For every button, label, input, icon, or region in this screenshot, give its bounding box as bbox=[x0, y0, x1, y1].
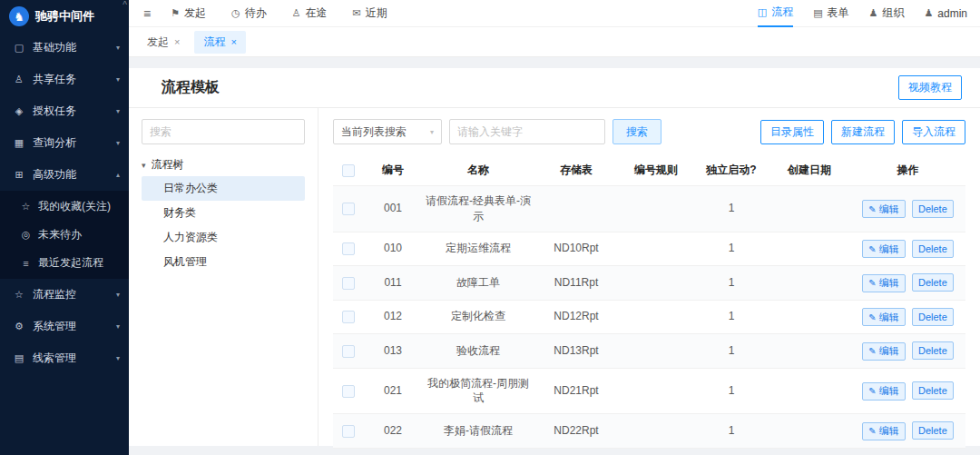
table-row: 013 验收流程 ND13Rpt 1 ✎ 编辑 Del bbox=[333, 334, 965, 369]
row-checkbox[interactable] bbox=[342, 203, 355, 215]
delete-button[interactable]: Delete bbox=[912, 273, 954, 292]
keyword-input[interactable] bbox=[449, 119, 605, 144]
table-toolbar: 当前列表搜索 ▾ 搜索 目录属性 新建流程 导入流程 bbox=[333, 119, 965, 144]
tree-root[interactable]: ▾ 流程树 bbox=[142, 157, 305, 173]
tab-flow[interactable]: 流程 × bbox=[194, 31, 245, 54]
row-checkbox[interactable] bbox=[342, 242, 355, 255]
topnav-label: admin bbox=[937, 7, 967, 20]
edit-button[interactable]: ✎ 编辑 bbox=[862, 422, 905, 440]
tree-item-finance[interactable]: 财务类 bbox=[142, 201, 305, 225]
topnav-start[interactable]: ⚑ 发起 bbox=[171, 0, 206, 27]
sidebar-item-future-todo[interactable]: ◎ 未来待办 bbox=[0, 221, 129, 249]
table-row: 021 我的极简流程-周朋测试 ND21Rpt 1 ✎ 编辑 bbox=[333, 368, 965, 414]
sidebar-item-system-admin[interactable]: ⚙ 系统管理 ▾ bbox=[0, 311, 129, 342]
sidebar-item-advanced[interactable]: ⊞ 高级功能 ▴ bbox=[0, 159, 129, 191]
flow-table: 编号 名称 存储表 编号规则 独立启动? 创建日期 操作 bbox=[333, 155, 965, 449]
tree-item-fan-mgmt[interactable]: 风机管理 bbox=[142, 250, 305, 274]
topnav-todo[interactable]: ◷ 待办 bbox=[231, 0, 267, 27]
sidebar-item-flow-monitor[interactable]: ☆ 流程监控 ▾ bbox=[0, 279, 129, 311]
app-logo: ♞ 驰骋中间件 bbox=[0, 0, 129, 32]
mail-icon: ✉ bbox=[353, 7, 361, 19]
topnav-form[interactable]: ▤ 表单 bbox=[813, 0, 848, 27]
sidebar-item-label: 查询分析 bbox=[33, 135, 109, 151]
edit-button[interactable]: ✎ 编辑 bbox=[862, 382, 905, 401]
delete-button[interactable]: Delete bbox=[912, 421, 954, 440]
sidebar-item-label: 共享任务 bbox=[33, 72, 109, 87]
row-checkbox[interactable] bbox=[342, 385, 355, 398]
cell-store: ND11Rpt bbox=[534, 266, 618, 301]
grid-icon: ⊞ bbox=[13, 169, 25, 181]
sidebar: ^ ♞ 驰骋中间件 ▢ 基础功能 ▾ ♙ 共享任务 ▾ ◈ 授权任务 ▾ ▦ 查… bbox=[0, 0, 129, 455]
chevron-down-icon: ▾ bbox=[116, 354, 120, 362]
table-header-row: 编号 名称 存储表 编号规则 独立启动? 创建日期 操作 bbox=[333, 155, 965, 186]
sidebar-item-recent-flows[interactable]: ≡ 最近发起流程 bbox=[0, 249, 129, 277]
cell-rule bbox=[618, 300, 694, 334]
cell-created bbox=[769, 232, 850, 266]
delete-button[interactable]: Delete bbox=[912, 240, 954, 258]
video-tutorial-button[interactable]: 视频教程 bbox=[898, 75, 962, 100]
edit-icon: ✎ bbox=[868, 244, 876, 254]
edit-button-label: 编辑 bbox=[879, 384, 899, 398]
tab-start[interactable]: 发起 × bbox=[138, 31, 189, 54]
cell-store bbox=[534, 186, 618, 232]
sidebar-item-shared-tasks[interactable]: ♙ 共享任务 ▾ bbox=[0, 64, 129, 95]
topnav-org[interactable]: ♟ 组织 bbox=[869, 0, 905, 27]
edit-button[interactable]: ✎ 编辑 bbox=[862, 342, 905, 361]
delete-button[interactable]: Delete bbox=[912, 381, 954, 400]
close-icon[interactable]: × bbox=[174, 36, 180, 47]
topnav-label: 在途 bbox=[306, 5, 328, 21]
cell-name: 定期运维流程 bbox=[422, 232, 534, 266]
select-all-checkbox[interactable] bbox=[342, 164, 355, 177]
cell-no: 010 bbox=[364, 232, 422, 266]
topnav-flow[interactable]: ◫ 流程 bbox=[758, 0, 793, 27]
edit-button[interactable]: ✎ 编辑 bbox=[862, 200, 905, 218]
chevron-down-icon: ▾ bbox=[116, 44, 120, 52]
collapse-sidebar-icon[interactable]: ≡ bbox=[143, 6, 151, 21]
edit-button[interactable]: ✎ 编辑 bbox=[862, 240, 905, 258]
row-checkbox[interactable] bbox=[342, 277, 355, 290]
cell-independent: 1 bbox=[694, 232, 769, 266]
sidebar-item-auth-tasks[interactable]: ◈ 授权任务 ▾ bbox=[0, 95, 129, 127]
cell-store: ND21Rpt bbox=[534, 368, 618, 414]
cell-name: 定制化检查 bbox=[422, 300, 534, 334]
cell-store: ND12Rpt bbox=[534, 300, 618, 334]
search-button[interactable]: 搜索 bbox=[612, 119, 662, 144]
row-checkbox[interactable] bbox=[342, 345, 355, 358]
close-icon[interactable]: × bbox=[230, 36, 236, 47]
delete-button[interactable]: Delete bbox=[912, 200, 954, 218]
edit-button[interactable]: ✎ 编辑 bbox=[862, 308, 905, 326]
chevron-down-icon: ▾ bbox=[116, 139, 120, 147]
cell-independent: 1 bbox=[694, 266, 769, 301]
table-row: 011 故障工单 ND11Rpt 1 ✎ 编辑 Del bbox=[333, 266, 965, 301]
flow-tree-panel: ▾ 流程树 日常办公类 财务类 人力资源类 风机管理 bbox=[129, 108, 318, 446]
row-checkbox[interactable] bbox=[342, 311, 355, 323]
tree-search-input[interactable] bbox=[142, 119, 305, 144]
edit-icon: ✎ bbox=[868, 426, 876, 436]
cell-rule bbox=[618, 414, 694, 449]
sidebar-item-clue-admin[interactable]: ▤ 线索管理 ▾ bbox=[0, 342, 129, 374]
delete-button[interactable]: Delete bbox=[912, 341, 954, 360]
sidebar-item-favorites[interactable]: ☆ 我的收藏(关注) bbox=[0, 193, 129, 221]
cell-store: ND10Rpt bbox=[534, 232, 618, 266]
topnav-enroute[interactable]: ♙ 在途 bbox=[292, 0, 328, 27]
sidebar-scroll-up-icon[interactable]: ^ bbox=[122, 0, 127, 10]
tree-item-hr[interactable]: 人力资源类 bbox=[142, 225, 305, 250]
cell-name: 我的极简流程-周朋测试 bbox=[422, 368, 534, 414]
logo-icon: ♞ bbox=[9, 6, 29, 26]
cell-name: 验收流程 bbox=[422, 334, 534, 369]
row-checkbox[interactable] bbox=[342, 425, 355, 438]
search-scope-select[interactable]: 当前列表搜索 ▾ bbox=[333, 119, 442, 144]
tree-item-daily-office[interactable]: 日常办公类 bbox=[142, 176, 305, 201]
sidebar-item-query-analysis[interactable]: ▦ 查询分析 ▾ bbox=[0, 127, 129, 159]
import-flow-button[interactable]: 导入流程 bbox=[902, 120, 965, 144]
new-flow-button[interactable]: 新建流程 bbox=[831, 120, 895, 144]
sidebar-item-label: 系统管理 bbox=[33, 319, 109, 334]
dir-props-button[interactable]: 目录属性 bbox=[760, 120, 824, 144]
delete-button[interactable]: Delete bbox=[912, 308, 954, 326]
col-header-no: 编号 bbox=[364, 155, 422, 186]
sidebar-item-basic[interactable]: ▢ 基础功能 ▾ bbox=[0, 32, 129, 64]
edit-button[interactable]: ✎ 编辑 bbox=[862, 274, 905, 292]
sidebar-subitem-label: 未来待办 bbox=[38, 227, 82, 242]
topnav-recent[interactable]: ✉ 近期 bbox=[353, 0, 387, 27]
topnav-admin[interactable]: ♟ admin bbox=[924, 0, 967, 27]
